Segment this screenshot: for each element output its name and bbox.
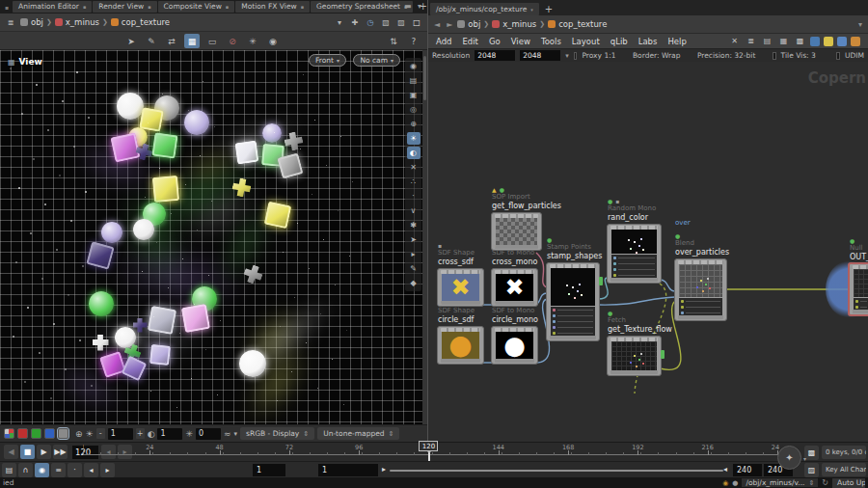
- dropdown-arrow-icon[interactable]: ▾: [333, 16, 346, 29]
- tonemap-select[interactable]: Un-tone-mapped⇕: [317, 427, 399, 440]
- brightness-minus-button[interactable]: -: [96, 428, 105, 439]
- stop-button[interactable]: ■: [20, 445, 35, 459]
- scrollbar-thumb[interactable]: [423, 56, 426, 100]
- brightness-plus-button[interactable]: +: [136, 428, 145, 439]
- node-get_Texture_flow[interactable]: ●Fetchget_Texture_flow: [607, 336, 662, 376]
- path-dropdown-icon[interactable]: ▾: [856, 20, 864, 29]
- sticky-note-icon[interactable]: [824, 37, 833, 46]
- new-tab-button[interactable]: +: [540, 3, 557, 15]
- dopesheet-icon[interactable]: ≡: [51, 463, 66, 477]
- refresh-icon[interactable]: ↻: [822, 478, 828, 487]
- view-front-pill[interactable]: Front▾: [309, 54, 346, 67]
- context-path-select[interactable]: /obj/x_minus/v... ⇕: [742, 478, 818, 487]
- range-slider-start-handle[interactable]: ▸: [382, 465, 386, 474]
- menu-edit[interactable]: Edit: [462, 37, 477, 46]
- menu-layout[interactable]: Layout: [572, 37, 600, 46]
- pane-handle-icon[interactable]: ▪: [5, 4, 9, 11]
- particles-icon[interactable]: ✱: [407, 219, 420, 231]
- layout-icon[interactable]: ⇅: [386, 34, 401, 48]
- range-end-field[interactable]: 240: [733, 464, 762, 476]
- display-dropdown-icon[interactable]: ▾: [234, 430, 238, 438]
- menu-tools[interactable]: Tools: [541, 37, 561, 46]
- selection-mode-icon[interactable]: ▦: [184, 34, 200, 48]
- contrast-field[interactable]: 1: [157, 428, 182, 440]
- network-editor[interactable]: Copern ▲●SOP Importget_flow_particles✖▪S…: [428, 62, 868, 442]
- layers-icon[interactable]: ▤: [407, 74, 420, 87]
- pane-tab[interactable]: Motion FX View▪: [235, 1, 310, 13]
- grid-view-icon[interactable]: ▦: [777, 35, 790, 47]
- node-stamp_shapes[interactable]: ●Stamp Pointsstamp_shapes: [546, 262, 600, 341]
- range-start-field[interactable]: 1: [253, 464, 285, 476]
- menu-labs[interactable]: Labs: [638, 37, 658, 46]
- menu-go[interactable]: Go: [489, 37, 501, 46]
- key-scope-button[interactable]: ▩: [804, 446, 819, 460]
- pane-tab[interactable]: Animation Editor▪: [13, 1, 92, 13]
- network-tab[interactable]: /obj/x_minus/cop_texture ▾: [430, 3, 539, 15]
- node-rand_color[interactable]: ●▪Random Monorand_color: [607, 224, 662, 284]
- tools-icon[interactable]: ✕: [728, 35, 741, 47]
- pane-window-controls[interactable]: ▬ ▾: [404, 2, 423, 11]
- next-key-button[interactable]: ▸: [100, 463, 115, 477]
- pane-tab[interactable]: Render View▪: [93, 1, 156, 13]
- breadcrumb-item[interactable]: cop_texture: [548, 19, 607, 29]
- menu-help[interactable]: Help: [667, 37, 686, 46]
- snapshot-color-icon[interactable]: [810, 37, 820, 46]
- pin-icon[interactable]: ✚: [348, 16, 362, 29]
- box-pick-icon[interactable]: ▭: [204, 34, 220, 48]
- breadcrumb-item[interactable]: cop_texture: [111, 17, 170, 27]
- auto-update-select[interactable]: Auto Up: [832, 478, 865, 488]
- shelf-icon[interactable]: [851, 37, 860, 46]
- key-wave-button[interactable]: ▨: [804, 463, 819, 477]
- resolution-x-field[interactable]: 2048: [475, 50, 515, 61]
- key-button-caret[interactable]: ▾: [803, 455, 806, 462]
- marker-icon[interactable]: ▸: [407, 248, 420, 260]
- pane-tab[interactable]: Composite View▪: [158, 1, 235, 13]
- contrast-icon[interactable]: ◐: [148, 429, 155, 439]
- proxy-checkbox[interactable]: [574, 52, 578, 60]
- message-log-icon[interactable]: ◉: [722, 479, 728, 487]
- udim-checkbox[interactable]: [836, 52, 840, 60]
- white-frame-icon[interactable]: □: [410, 16, 423, 29]
- snapshot-b-icon[interactable]: ▨: [394, 16, 408, 29]
- tilevis-checkbox[interactable]: [773, 52, 776, 60]
- red-channel-swatch[interactable]: [17, 428, 28, 439]
- breadcrumb-item[interactable]: x_minus: [55, 17, 99, 27]
- gamma-icon[interactable]: ✳: [185, 429, 193, 439]
- gamma-field[interactable]: 0: [196, 428, 221, 440]
- node-display-flag[interactable]: [661, 350, 665, 359]
- brightness-icon[interactable]: ☀: [86, 429, 94, 439]
- tab-menu-icon[interactable]: ▪: [301, 1, 304, 13]
- tile-view-icon[interactable]: ▩: [794, 35, 806, 47]
- pane-tab[interactable]: Geometry Spreadsheet▪: [311, 1, 413, 13]
- points-icon[interactable]: ∴: [407, 176, 420, 188]
- history-clock-icon[interactable]: ◷: [364, 16, 377, 29]
- blue-channel-swatch[interactable]: [44, 428, 55, 439]
- chevron-down-icon[interactable]: ▾: [530, 4, 533, 15]
- range-slider-end-handle[interactable]: ◂: [723, 465, 727, 474]
- lightbulb-icon[interactable]: ☀: [407, 132, 420, 145]
- palette-icon[interactable]: [837, 37, 847, 46]
- keyframe-icon[interactable]: ·: [68, 463, 82, 477]
- reverse-play-button[interactable]: ◀: [4, 445, 18, 459]
- menu-add[interactable]: Add: [436, 37, 451, 46]
- zoom-icon[interactable]: ⊕: [75, 429, 83, 439]
- node-out_null[interactable]: ●NullOUT_: [848, 262, 868, 316]
- menu-view[interactable]: View: [511, 37, 530, 46]
- annotate-icon[interactable]: ✎: [407, 262, 420, 275]
- tab-menu-icon[interactable]: ▪: [226, 1, 229, 13]
- lock-icon[interactable]: ▣: [407, 89, 420, 101]
- tab-menu-icon[interactable]: ▪: [83, 1, 86, 13]
- node-over_particles[interactable]: ●Blendover_particlesover: [674, 258, 727, 321]
- snapshot-a-icon[interactable]: ▧: [379, 16, 393, 29]
- no-snap-icon[interactable]: ⊘: [225, 34, 240, 48]
- resolution-dropdown-icon[interactable]: ▾: [565, 52, 569, 60]
- lasso-tool-icon[interactable]: ✎: [144, 34, 159, 48]
- key-button[interactable]: ✦: [777, 446, 801, 470]
- wireframe-icon[interactable]: ✕: [407, 161, 420, 174]
- path-list-icon[interactable]: ≣: [4, 16, 17, 29]
- render-icon[interactable]: ✳: [245, 34, 260, 48]
- translate-tool-icon[interactable]: ⇄: [164, 34, 179, 48]
- range-slider-track[interactable]: [390, 470, 723, 472]
- list-view-icon[interactable]: ▤: [761, 35, 773, 47]
- forward-arrow-icon[interactable]: ►: [445, 20, 454, 29]
